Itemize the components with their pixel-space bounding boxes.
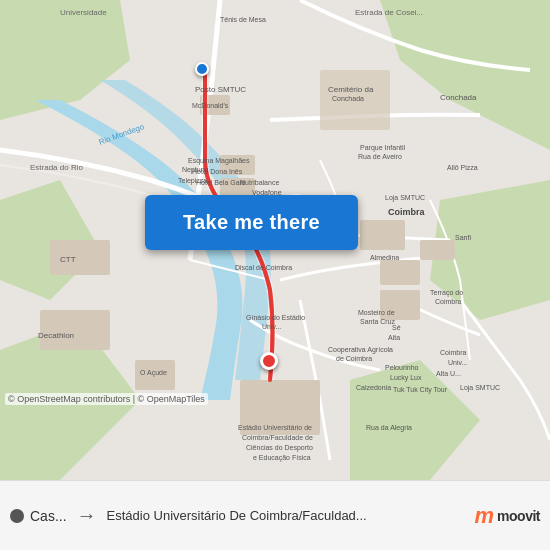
svg-text:Decathlon: Decathlon (38, 331, 74, 340)
moovit-wordmark: moovit (497, 508, 540, 524)
svg-text:Mosteiro de: Mosteiro de (358, 309, 395, 316)
moovit-logo-image: m moovit (475, 505, 540, 527)
svg-rect-14 (380, 260, 420, 285)
map-container: Posto SMTUC McDonald's CTT Decathlon Cem… (0, 0, 550, 480)
svg-text:Almedina: Almedina (370, 254, 399, 261)
arrow-section: → (67, 504, 107, 527)
svg-text:Ténis de Mesa: Ténis de Mesa (220, 16, 266, 23)
svg-text:Parque Infantil: Parque Infantil (360, 144, 406, 152)
svg-text:Rua da Alegria: Rua da Alegria (366, 424, 412, 432)
svg-text:Coimbra: Coimbra (388, 207, 426, 217)
svg-text:Estrada do Rio: Estrada do Rio (30, 163, 83, 172)
svg-text:Cemitério da: Cemitério da (328, 85, 374, 94)
svg-text:Universidade: Universidade (60, 8, 107, 17)
svg-text:Sé: Sé (392, 324, 401, 331)
svg-text:e Educação Física: e Educação Física (253, 454, 311, 462)
svg-text:Univ...: Univ... (262, 323, 281, 330)
svg-text:Loja SMTUC: Loja SMTUC (385, 194, 425, 202)
bottom-bar: Cas... → Estádio Universitário De Coimbr… (0, 480, 550, 550)
svg-text:Terraço do: Terraço do (430, 289, 463, 297)
button-overlay: Take me there (145, 195, 358, 250)
origin-text: Cas... (30, 508, 67, 524)
destination-section: Estádio Universitário De Coimbra/Faculda… (107, 508, 475, 523)
svg-text:Loja SMTUC: Loja SMTUC (460, 384, 500, 392)
svg-text:Nutribalance: Nutribalance (240, 179, 279, 186)
destination-pin-dot (260, 352, 278, 370)
svg-text:Sanfi: Sanfi (455, 234, 471, 241)
svg-text:Estádio Universitário de: Estádio Universitário de (238, 424, 312, 431)
svg-text:Conchada: Conchada (440, 93, 477, 102)
svg-text:Gínásio do Estádio: Gínásio do Estádio (246, 314, 305, 321)
svg-text:Rua de Aveiro: Rua de Aveiro (358, 153, 402, 160)
svg-text:Ciências do Desporto: Ciências do Desporto (246, 444, 313, 452)
origin-section: Cas... (10, 508, 67, 524)
svg-rect-15 (420, 240, 455, 260)
svg-text:O Açude: O Açude (140, 369, 167, 377)
origin-pin-dot (195, 62, 209, 76)
svg-rect-7 (50, 240, 110, 275)
origin-pin (195, 62, 209, 76)
svg-text:Hotel Dona Inês: Hotel Dona Inês (192, 168, 243, 175)
svg-text:Discal de Coimbra: Discal de Coimbra (235, 264, 292, 271)
svg-text:Cooperativa Agrícola: Cooperativa Agrícola (328, 346, 393, 354)
svg-text:Alta: Alta (388, 334, 400, 341)
svg-text:Calzedonia: Calzedonia (356, 384, 391, 391)
svg-text:Conchada: Conchada (332, 95, 364, 102)
svg-text:CTT: CTT (60, 255, 76, 264)
moovit-m-letter: m (475, 505, 495, 527)
map-attribution: © OpenStreetMap contributors | © OpenMap… (5, 393, 208, 405)
svg-text:Pelourinho: Pelourinho (385, 364, 419, 371)
svg-text:Tuk Tuk City Tour: Tuk Tuk City Tour (393, 386, 448, 394)
destination-text: Estádio Universitário De Coimbra/Faculda… (107, 508, 367, 523)
svg-text:Santa Cruz: Santa Cruz (360, 318, 396, 325)
svg-text:Esquina Magalhães: Esquina Magalhães (188, 157, 250, 165)
svg-text:Alta U...: Alta U... (436, 370, 461, 377)
svg-rect-8 (40, 310, 110, 350)
svg-text:Allô Pizza: Allô Pizza (447, 164, 478, 171)
arrow-icon: → (77, 504, 97, 527)
svg-text:Coimbra: Coimbra (435, 298, 462, 305)
svg-text:Lucky Lux: Lucky Lux (390, 374, 422, 382)
destination-pin (260, 352, 278, 370)
svg-text:Estrada de Cosei...: Estrada de Cosei... (355, 8, 423, 17)
moovit-logo: m moovit (475, 505, 540, 527)
svg-text:McDonald's: McDonald's (192, 102, 229, 109)
svg-text:Coimbra/Faculdade de: Coimbra/Faculdade de (242, 434, 313, 441)
svg-rect-13 (360, 220, 405, 250)
svg-text:Posto SMTUC: Posto SMTUC (195, 85, 246, 94)
svg-text:Coimbra: Coimbra (440, 349, 467, 356)
svg-text:Univ...: Univ... (448, 359, 467, 366)
take-me-there-button[interactable]: Take me there (145, 195, 358, 250)
origin-dot-icon (10, 509, 24, 523)
svg-text:Hotel Bela Galé: Hotel Bela Galé (196, 179, 245, 186)
svg-text:de Coimbra: de Coimbra (336, 355, 372, 362)
